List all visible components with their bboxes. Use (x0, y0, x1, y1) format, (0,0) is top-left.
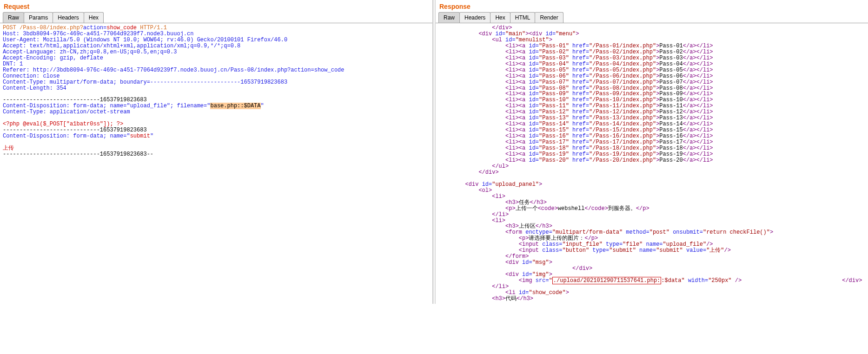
request-panel: Request Raw Params Headers Hex POST /Pas… (0, 0, 433, 304)
request-title: Request (0, 0, 432, 12)
response-tabs: Raw Headers Hex HTML Render (436, 12, 868, 23)
tab-raw[interactable]: Raw (3, 12, 24, 23)
tab-resp-headers[interactable]: Headers (459, 12, 490, 23)
request-content[interactable]: POST /Pass-08/index.php?action=show_code… (0, 23, 432, 159)
tab-params[interactable]: Params (24, 12, 53, 23)
response-title: Response (436, 0, 868, 12)
tab-resp-raw[interactable]: Raw (438, 12, 460, 23)
request-tabs: Raw Params Headers Hex (0, 12, 432, 23)
tab-hex[interactable]: Hex (84, 12, 104, 23)
tab-headers[interactable]: Headers (53, 12, 84, 23)
response-panel: Response Raw Headers Hex HTML Render </d… (436, 0, 868, 304)
tab-resp-hex[interactable]: Hex (490, 12, 510, 23)
response-content[interactable]: </div> <div id="main"><div id="menu"> <u… (436, 23, 868, 304)
tab-resp-html[interactable]: HTML (510, 12, 536, 23)
tab-resp-render[interactable]: Render (535, 12, 563, 23)
